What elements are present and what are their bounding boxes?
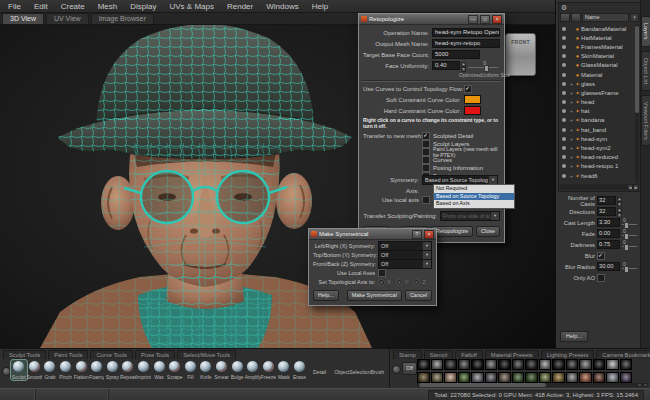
object-row[interactable]: HatMaterial — [560, 33, 634, 42]
tray-tab[interactable]: Stencil — [424, 350, 453, 359]
stamp-thumbnail[interactable] — [458, 372, 471, 383]
menu-item[interactable]: UVs & Maps — [170, 2, 214, 11]
stamp-thumbnail[interactable] — [620, 359, 633, 370]
stamp-off-button[interactable]: Off — [402, 362, 417, 375]
object-row[interactable]: FramesMaterial — [560, 42, 634, 51]
tool-item[interactable]: Fill — [183, 360, 199, 380]
view-tab[interactable]: UV View — [46, 13, 89, 24]
stamp-thumbnail[interactable] — [593, 359, 606, 370]
visibility-eye-icon[interactable] — [562, 137, 566, 141]
tool-item[interactable]: Freeze — [261, 360, 277, 380]
tool-item[interactable]: Spray — [105, 360, 121, 380]
visibility-eye-icon[interactable] — [562, 36, 566, 40]
make-symmetrical-button[interactable]: Make Symmetrical — [347, 290, 402, 301]
side-tab[interactable]: Object List — [641, 51, 650, 91]
directions-field[interactable]: 32 — [597, 207, 616, 216]
tool-item[interactable]: Amplify — [245, 360, 261, 380]
stamp-thumbnail[interactable] — [525, 372, 538, 383]
tool-item[interactable]: Mask — [276, 360, 292, 380]
help-icon[interactable]: ? — [412, 230, 422, 239]
dropdown-option[interactable]: Not Required — [434, 185, 514, 193]
object-row[interactable]: SkinMaterial — [560, 52, 634, 61]
stamp-thumbnail[interactable] — [485, 359, 498, 370]
stamp-thumbnail[interactable] — [620, 372, 633, 383]
visibility-eye-icon[interactable] — [562, 63, 566, 67]
visibility-eye-icon[interactable] — [562, 54, 566, 58]
tool-label[interactable]: Detail — [313, 369, 326, 375]
stepper-control[interactable]: ▲▼ — [617, 197, 622, 205]
stamp-thumbnail[interactable] — [606, 359, 619, 370]
axis-x-radio[interactable] — [378, 279, 385, 286]
object-row[interactable]: bandana — [560, 116, 634, 125]
properties-help-button[interactable]: Help... — [560, 331, 588, 342]
stamp-thumbnail[interactable] — [539, 372, 552, 383]
axis-z-radio[interactable] — [413, 279, 420, 286]
stamp-thumbnail[interactable] — [498, 372, 511, 383]
name-column-header[interactable]: Name — [582, 13, 629, 22]
retopo-titlebar[interactable]: Retopologize — □ ✕ — [359, 14, 504, 25]
tool-item[interactable]: Sculpt — [11, 360, 27, 380]
tool-item[interactable]: Repeat — [120, 360, 136, 380]
object-row[interactable]: BandanaMaterial — [560, 24, 634, 33]
stamp-thumbnail[interactable] — [512, 359, 525, 370]
tray-tab[interactable]: Paint Tools — [48, 350, 88, 359]
visibility-eye-icon[interactable] — [562, 128, 566, 132]
fade-slider[interactable]: 0 — [622, 229, 639, 238]
object-row[interactable]: head-retopo 1 — [560, 162, 634, 171]
menu-item[interactable]: Display — [130, 2, 156, 11]
object-row[interactable]: head-reduced — [560, 153, 634, 162]
object-row[interactable]: Material — [560, 70, 634, 79]
stamp-thumbnail[interactable] — [471, 372, 484, 383]
tool-item[interactable]: Knife — [198, 360, 214, 380]
stamp-thumbnail[interactable] — [444, 372, 457, 383]
panel-gear-icon[interactable]: ⚙ — [561, 4, 567, 12]
blur-checkbox[interactable] — [597, 252, 605, 260]
tray-menu-icon[interactable] — [392, 365, 401, 374]
stamp-thumbnail[interactable] — [431, 372, 444, 383]
tray-menu-icon[interactable] — [2, 367, 11, 376]
posing-info-checkbox[interactable] — [422, 164, 430, 172]
maximize-icon[interactable]: □ — [480, 15, 490, 24]
number-of-casts-field[interactable]: 32 — [597, 196, 616, 205]
object-row[interactable]: hat_band — [560, 125, 634, 134]
stamp-thumbnail[interactable] — [606, 372, 619, 383]
paint-layers-checkbox[interactable] — [422, 148, 430, 156]
tool-item[interactable]: Pinch — [58, 360, 74, 380]
stamp-thumbnail[interactable] — [552, 359, 565, 370]
visibility-eye-icon[interactable] — [562, 174, 566, 178]
menu-item[interactable]: Help — [312, 2, 328, 11]
tray-tab[interactable]: Sculpt Tools — [3, 350, 46, 359]
visibility-eye-icon[interactable] — [562, 109, 566, 113]
visibility-eye-icon[interactable] — [562, 118, 566, 122]
close-icon[interactable]: ✕ — [492, 15, 502, 24]
tray-tab[interactable]: Lighting Presets — [541, 350, 595, 359]
tray-tab[interactable]: Material Presets — [485, 350, 539, 359]
menu-item[interactable]: Edit — [34, 2, 48, 11]
visibility-eye-icon[interactable] — [562, 27, 566, 31]
sculpted-detail-checkbox[interactable] — [422, 132, 430, 140]
stamp-thumbnail[interactable] — [539, 359, 552, 370]
menu-item[interactable]: Render — [227, 2, 253, 11]
stamp-thumbnail[interactable] — [579, 359, 592, 370]
visibility-eye-icon[interactable] — [562, 82, 566, 86]
menu-item[interactable]: File — [8, 2, 21, 11]
tool-item[interactable]: Bulge — [229, 360, 245, 380]
tray-tab[interactable]: Falloff — [455, 350, 483, 359]
axis-y-radio[interactable] — [396, 279, 403, 286]
visibility-eye-icon[interactable] — [562, 155, 566, 159]
symmetry-select[interactable]: Based on Source Topology ▼ — [422, 175, 498, 185]
stamp-thumbnail[interactable] — [444, 359, 457, 370]
object-row[interactable]: GlassMaterial — [560, 61, 634, 70]
tool-item[interactable]: Grab — [42, 360, 58, 380]
tool-item[interactable]: Scrape — [167, 360, 183, 380]
list-filter-icon[interactable] — [560, 13, 570, 22]
only-ao-checkbox[interactable] — [597, 274, 605, 282]
blur-radius-slider[interactable]: 0 — [622, 262, 639, 271]
visibility-eye-icon[interactable] — [562, 164, 566, 168]
minimize-icon[interactable]: — — [468, 15, 478, 24]
stamp-scrollbar[interactable] — [417, 383, 648, 387]
help-button[interactable]: Help... — [313, 290, 339, 301]
stamp-thumbnail[interactable] — [566, 359, 579, 370]
visibility-eye-icon[interactable] — [562, 146, 566, 150]
sculpt-layers-checkbox[interactable] — [422, 140, 430, 148]
